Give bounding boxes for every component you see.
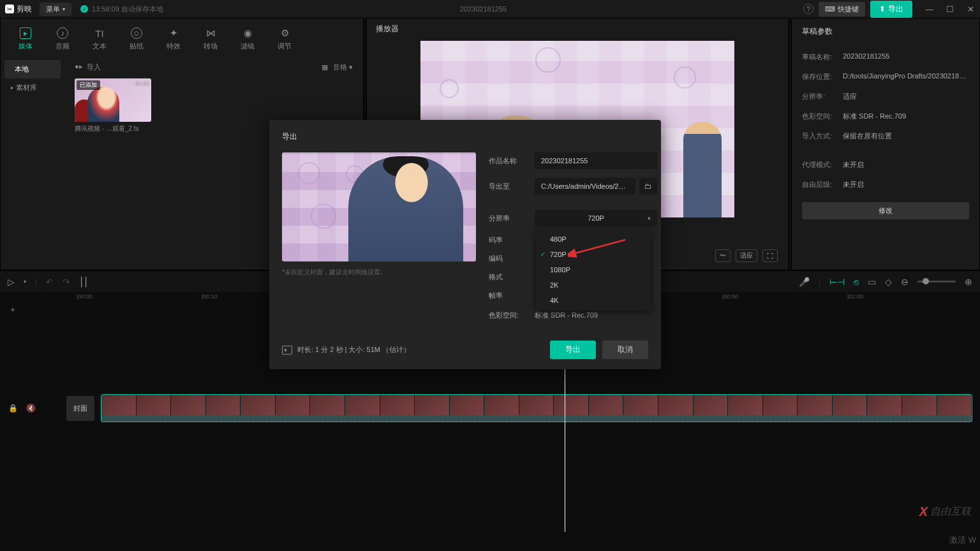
encode-label: 编码	[489, 254, 535, 263]
tab-filter[interactable]: ◉滤镜	[230, 24, 265, 55]
close-button[interactable]: ✕	[966, 4, 975, 14]
color-label: 色彩空间:	[489, 311, 535, 320]
resolution-dropdown: 480P 720P 1080P 2K 4K	[536, 229, 651, 311]
marker-icon[interactable]: ◇	[885, 277, 892, 287]
tab-media[interactable]: ▸媒体	[8, 24, 43, 55]
check-icon: ✓	[80, 5, 88, 13]
name-label: 作品名称	[489, 156, 535, 166]
media-item[interactable]: 已添加 01:02 腾讯视频 - …观看_2.ts	[75, 78, 151, 133]
watermark: X 自由互联	[919, 504, 971, 519]
resolution-select[interactable]: 720P	[535, 210, 657, 226]
tab-adjust[interactable]: ⚙调节	[267, 24, 302, 55]
activate-hint: 激活 W	[949, 534, 976, 546]
media-filename: 腾讯视频 - …观看_2.ts	[75, 124, 151, 133]
preview-title: 播放器	[376, 24, 779, 34]
zoom-out-icon[interactable]: ⊖	[901, 277, 909, 287]
shortcut-button[interactable]: ⌨ 快捷键	[819, 2, 865, 17]
audio-icon: ♪	[57, 27, 68, 39]
dropdown-option-2k[interactable]: 2K	[536, 277, 651, 293]
mic-icon[interactable]: 🎤	[799, 277, 810, 287]
fps-label: 帧率	[489, 291, 535, 300]
prop-row: 草稿名称:202302181255	[802, 47, 969, 67]
lock-track-icon[interactable]: 🔒	[8, 404, 18, 413]
transition-icon: ⋈	[205, 27, 216, 39]
dropdown-option-4k[interactable]: 4K	[536, 293, 651, 308]
sticker-icon: ☺	[131, 27, 142, 39]
link-icon[interactable]: ⎋	[854, 277, 859, 287]
dropdown-option-720p[interactable]: 720P	[536, 247, 651, 262]
redo-icon[interactable]: ↷	[63, 277, 70, 287]
tab-audio[interactable]: ♪音频	[45, 24, 80, 55]
adjust-icon: ⚙	[279, 27, 290, 39]
draft-panel-title: 草稿参数	[802, 26, 969, 37]
effect-track-icon[interactable]: ✦	[8, 305, 18, 314]
fit-button[interactable]: 适应	[736, 249, 757, 262]
app-logo: ✂ 剪映	[5, 4, 32, 15]
menu-button[interactable]: 菜单▾	[40, 3, 71, 16]
media-thumbnail[interactable]: 已添加 01:02	[75, 78, 151, 122]
tab-effect[interactable]: ✦特效	[156, 24, 191, 55]
name-input[interactable]	[535, 152, 657, 169]
app-name: 剪映	[17, 4, 32, 15]
format-label: 格式	[489, 272, 535, 282]
maximize-button[interactable]: ☐	[946, 4, 954, 14]
minimize-button[interactable]: —	[925, 4, 934, 14]
path-label: 导出至	[489, 182, 535, 191]
text-icon: TI	[94, 27, 105, 39]
filter-icon: ◉	[242, 27, 253, 39]
sidebar-item-library[interactable]: ▸素材库	[1, 78, 64, 97]
dropdown-option-480p[interactable]: 480P	[536, 231, 651, 247]
duration-label: 01:02	[135, 80, 149, 87]
sort-dropdown[interactable]: 音格 ▾	[333, 62, 353, 72]
chevron-down-icon: ▾	[63, 6, 65, 12]
tab-text[interactable]: TI文本	[82, 24, 117, 55]
logo-icon: ✂	[5, 4, 14, 13]
pointer-tool[interactable]: ▷	[8, 277, 15, 287]
dropdown-option-1080p[interactable]: 1080P	[536, 262, 651, 277]
undo-icon[interactable]: ↶	[46, 277, 54, 287]
magnet-icon[interactable]: ⊢⊣	[829, 277, 845, 287]
keyboard-icon: ⌨	[825, 5, 835, 13]
help-icon[interactable]: ?	[803, 4, 813, 14]
upload-icon: ⬆	[879, 4, 886, 13]
folder-icon: 🗀	[644, 182, 652, 191]
video-clip[interactable]: 腾讯视频 - 中国领先的在线视频媒体平台,海量高清视频在线观看_2.ts 00:…	[101, 394, 972, 422]
prop-row: 导入方式:保留在原有位置	[802, 126, 969, 146]
project-name: 202302181255	[163, 5, 803, 13]
color-value: 标准 SDR - Rec.709	[535, 311, 657, 320]
cover-button[interactable]: 封面	[66, 396, 94, 421]
video-icon	[282, 346, 292, 355]
import-icon: ●▸	[75, 62, 83, 72]
scope-icon[interactable]: 〜	[715, 249, 731, 262]
path-input[interactable]	[535, 178, 635, 195]
cover-hint: *未自定义封面，建议去时间线设置。	[282, 268, 476, 277]
chevron-right-icon: ▸	[11, 85, 13, 91]
tab-sticker[interactable]: ☺贴纸	[119, 24, 154, 55]
effect-icon: ✦	[168, 27, 179, 39]
grid-view-icon[interactable]: ▦	[322, 63, 328, 71]
tab-transition[interactable]: ⋈转场	[193, 24, 228, 55]
media-icon: ▸	[20, 27, 31, 39]
browse-button[interactable]: 🗀	[639, 178, 657, 195]
preview-icon[interactable]: ▭	[868, 277, 876, 287]
zoom-in-icon[interactable]: ⊕	[965, 277, 972, 287]
zoom-slider[interactable]	[917, 281, 956, 283]
prop-row: 自由层级:未开启	[802, 175, 969, 195]
cover-preview[interactable]	[282, 152, 476, 261]
modify-button[interactable]: 修改	[802, 202, 969, 219]
prop-row: 保存位置:D:/tools/JianyingPro Drafts/2023021…	[802, 67, 969, 87]
split-tool[interactable]: ⎮⎮	[79, 277, 88, 287]
chevron-down-icon[interactable]: ▾	[24, 279, 26, 284]
prop-row: 分辨率:适应	[802, 87, 969, 107]
import-button[interactable]: ●▸ 导入	[75, 62, 101, 72]
export-button[interactable]: ⬆ 导出	[870, 1, 912, 18]
mute-track-icon[interactable]: 🔇	[26, 404, 36, 413]
cancel-button[interactable]: 取消	[602, 341, 648, 359]
export-confirm-button[interactable]: 导出	[550, 341, 596, 359]
sidebar-item-local[interactable]: 本地	[4, 60, 61, 78]
autosave-status: ✓ 13:58:09 自动保存本地	[80, 4, 163, 14]
modal-title: 导出	[282, 131, 648, 142]
added-badge: 已添加	[77, 80, 100, 90]
fullscreen-icon[interactable]: ⛶	[762, 249, 778, 262]
resolution-label: 分辨率	[489, 214, 535, 223]
